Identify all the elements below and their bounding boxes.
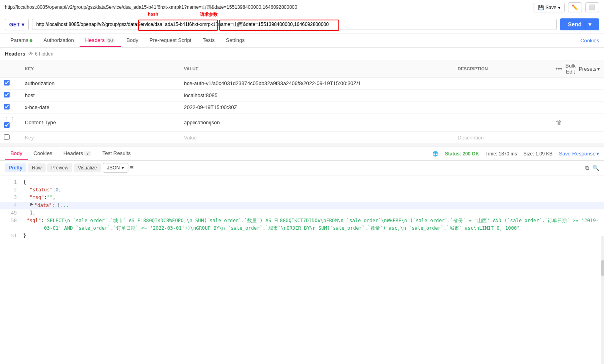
headers-badge: 10 [106,38,115,43]
json-format-select[interactable]: JSON ▾ [103,163,128,173]
key-placeholder: Key [25,135,34,141]
presets-button[interactable]: Presets ▾ [579,66,600,72]
edit-icon-button[interactable]: ✏️ [568,2,582,12]
table-row: x-bce-date 2022-09-19T15:00:30Z [0,101,604,113]
section-divider [0,144,604,147]
headers-table-container: KEY VALUE DESCRIPTION ••• Bulk Edit Pres… [0,60,604,144]
col-value-header: VALUE [180,60,454,78]
save-icon: 💾 [538,5,544,10]
bulk-edit-button[interactable]: Bulk Edit [566,63,576,75]
tab-body[interactable]: Body [121,34,144,47]
send-dropdown-icon: ▾ [585,21,591,28]
scrollbar-track [601,236,604,364]
tab-authorization[interactable]: Authorization [38,34,80,47]
copy-button[interactable]: ⧉ [585,165,589,171]
response-tab-cookies[interactable]: Cookies [28,147,58,160]
hidden-label: 6 hidden [35,51,53,57]
method-dropdown-icon: ▾ [22,22,24,28]
response-headers-badge: 7 [84,151,91,156]
response-tab-test-results[interactable]: Test Results [97,147,136,160]
url-input[interactable] [32,19,557,30]
delete-row-button[interactable]: 🗑 [556,119,562,126]
col-actions-header: ••• Bulk Edit Presets ▾ [552,60,604,78]
top-bar-actions: 💾 Save ▾ ✏️ ⬜ [534,2,599,12]
value-cell-3: 2022-09-19T15:00:30Z [180,101,454,113]
request-bar: GET ▾ hash 请求参数 Send ▾ [0,15,604,34]
top-bar-url: http://localhost:8085/openapi/v2/group/g… [5,4,297,11]
hash-annotation: hash [148,12,158,16]
format-tabs-row: Pretty Raw Preview Visualize JSON ▾ ≡ ⧉ … [0,161,604,175]
send-button[interactable]: Send ▾ [560,18,599,30]
save-button[interactable]: 💾 Save ▾ [534,3,565,12]
row-checkbox-3[interactable] [4,104,10,109]
response-tab-headers[interactable]: Headers7 [58,147,97,160]
json-output: 1 { 2 "status" : 0 , 3 "msg" : "" , 4 ▶ … [0,175,604,275]
request-tabs-row: Params Authorization Headers10 Body Pre-… [0,34,604,48]
key-cell-4: Content-Type [21,113,180,132]
key-cell-3: x-bce-date [21,101,180,113]
status-ok-badge: Status: 200 OK [445,151,479,157]
params-annotation: 请求参数 [200,12,218,18]
value-cell-2: localhost:8085 [180,90,454,101]
tab-pre-request[interactable]: Pre-request Script [144,34,197,47]
desc-placeholder: Description [458,135,484,141]
value-placeholder: Value [184,135,197,141]
format-tab-visualize[interactable]: Visualize [74,163,101,172]
table-row-empty: Key Value Description [0,132,604,144]
row-checkbox-4[interactable] [4,122,10,128]
row-checkbox-empty[interactable] [4,134,10,140]
scrollbar-thumb[interactable] [601,260,604,276]
more-options-button[interactable]: ••• [556,65,562,72]
params-dot [30,39,32,42]
col-checkbox [0,60,21,78]
desc-cell-empty: Description [454,132,552,144]
json-line-2: 2 "status" : 0 , [0,186,604,194]
url-bar: hash 请求参数 [32,19,557,30]
top-bar: http://localhost:8085/openapi/v2/group/g… [0,0,604,15]
send-label: Send [568,21,582,28]
hidden-toggle[interactable]: 👁 6 hidden [28,51,53,57]
table-row: authorization bce-auth-v1/a0c4031d23374c… [0,78,604,90]
desc-cell-1 [454,78,552,90]
method-select[interactable]: GET ▾ [5,19,29,30]
response-tab-body[interactable]: Body [5,147,28,160]
drag-handle[interactable]: ⋮⋮ [4,116,15,122]
presets-dropdown-icon: ▾ [597,66,600,72]
desc-cell-4 [454,113,552,132]
desc-cell-3 [454,101,552,113]
row-checkbox-2[interactable] [4,92,10,97]
headers-table: KEY VALUE DESCRIPTION ••• Bulk Edit Pres… [0,60,604,144]
cookies-link[interactable]: Cookies [580,38,599,44]
col-desc-header: DESCRIPTION [454,60,552,78]
share-icon-button[interactable]: ⬜ [585,2,599,12]
format-tab-pretty[interactable]: Pretty [5,163,26,172]
response-status-bar: 🌐 Status: 200 OK Time: 1870 ms Size: 1.0… [432,151,599,157]
table-row: host localhost:8085 [0,90,604,101]
value-cell-empty: Value [180,132,454,144]
key-cell-empty: Key [21,132,180,144]
key-cell-1: authorization [21,78,180,90]
save-response-button[interactable]: Save Response ▾ [559,151,599,157]
cookies-link-container: Cookies [580,38,599,44]
time-info: Time: 1870 ms [486,151,517,157]
tab-params[interactable]: Params [5,34,38,47]
size-info: Size: 1.09 KB [524,151,553,157]
filter-button[interactable]: ≡ [130,164,134,171]
search-button[interactable]: 🔍 [592,165,599,171]
tab-headers[interactable]: Headers10 [80,34,121,47]
collapse-data-button[interactable]: ▶ [30,202,34,206]
format-tab-raw[interactable]: Raw [28,163,46,172]
json-line-3: 3 "msg" : "" , [0,194,604,201]
json-line-1: 1 { [0,179,604,186]
value-cell-4: application/json [180,113,454,132]
desc-cell-2 [454,90,552,101]
json-dropdown-icon: ▾ [122,165,124,171]
format-tab-preview[interactable]: Preview [47,163,72,172]
json-line-4: 4 ▶ "data" : [ ... [0,202,604,209]
save-response-dropdown-icon: ▾ [596,151,599,157]
tab-tests[interactable]: Tests [197,34,220,47]
row-checkbox-1[interactable] [4,80,10,86]
headers-title: Headers [5,51,25,57]
json-line-50: 50 "sql" : "SELECT\n `sale_order`.`城市` A… [0,217,604,232]
tab-settings[interactable]: Settings [220,34,250,47]
